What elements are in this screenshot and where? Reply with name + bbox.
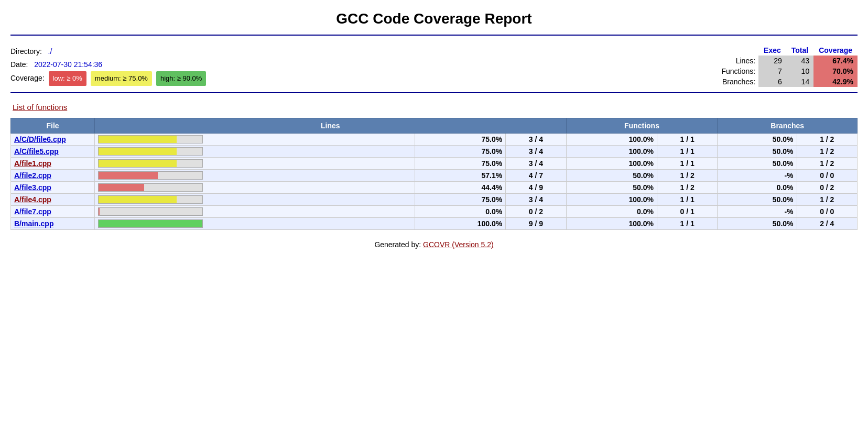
coverage-bar xyxy=(98,135,203,143)
lines-pct-cell: 75.0% xyxy=(415,146,505,158)
file-link[interactable]: A/file1.cpp xyxy=(14,159,51,168)
info-section: Directory: ./ Date: 2022-07-30 21:54:36 … xyxy=(10,41,858,93)
branch-ratio-cell: 1 / 2 xyxy=(797,194,857,206)
info-left: Directory: ./ Date: 2022-07-30 21:54:36 … xyxy=(10,45,206,86)
footer: Generated by: GCOVR (Version 5.2) xyxy=(10,240,858,249)
table-row: A/file1.cpp 75.0% 3 / 4 100.0% 1 / 1 50.… xyxy=(11,158,858,170)
func-ratio-cell: 1 / 1 xyxy=(657,158,718,170)
badge-high: high: ≥ 90.0% xyxy=(156,71,206,85)
func-ratio-cell: 1 / 1 xyxy=(657,194,718,206)
file-link[interactable]: A/file4.cpp xyxy=(14,195,51,204)
branch-pct-cell: 0.0% xyxy=(718,182,797,194)
table-row: A/C/file5.cpp 75.0% 3 / 4 100.0% 1 / 1 5… xyxy=(11,146,858,158)
stats-exec-functions: 7 xyxy=(758,66,786,76)
file-cell[interactable]: A/C/D/file6.cpp xyxy=(11,134,95,146)
file-cell[interactable]: B/main.cpp xyxy=(11,218,95,230)
date-value: 2022-07-30 21:54:36 xyxy=(34,60,102,69)
func-ratio-cell: 1 / 1 xyxy=(657,146,718,158)
func-ratio-cell: 1 / 1 xyxy=(657,134,718,146)
file-link[interactable]: A/file3.cpp xyxy=(14,183,51,192)
lines-ratio-cell: 3 / 4 xyxy=(506,158,566,170)
file-cell[interactable]: A/C/file5.cpp xyxy=(11,146,95,158)
bar-fill xyxy=(99,136,177,143)
file-link[interactable]: A/C/D/file6.cpp xyxy=(14,135,66,143)
file-cell[interactable]: A/file7.cpp xyxy=(11,206,95,218)
branch-pct-cell: -% xyxy=(718,170,797,182)
bar-cell xyxy=(95,158,415,170)
bar-fill xyxy=(99,208,100,215)
lines-pct-cell: 44.4% xyxy=(415,182,505,194)
stats-header-exec: Exec xyxy=(758,45,786,56)
file-cell[interactable]: A/file3.cpp xyxy=(11,182,95,194)
file-cell[interactable]: A/file4.cpp xyxy=(11,194,95,206)
bar-cell xyxy=(95,170,415,182)
branch-ratio-cell: 2 / 4 xyxy=(797,218,857,230)
branch-ratio-cell: 0 / 2 xyxy=(797,182,857,194)
branch-ratio-cell: 1 / 2 xyxy=(797,146,857,158)
stats-total-functions: 10 xyxy=(786,66,813,76)
file-cell[interactable]: A/file1.cpp xyxy=(11,158,95,170)
stats-table: Exec Total Coverage Lines: 29 43 67.4% F… xyxy=(717,45,858,87)
coverage-bar xyxy=(98,159,203,168)
branch-pct-cell: 50.0% xyxy=(718,134,797,146)
stats-cov-functions: 70.0% xyxy=(813,66,858,76)
coverage-bar xyxy=(98,219,203,228)
branch-ratio-cell: 0 / 0 xyxy=(797,170,857,182)
file-link[interactable]: A/file2.cpp xyxy=(14,171,51,180)
lines-ratio-cell: 3 / 4 xyxy=(506,194,566,206)
table-row: A/file3.cpp 44.4% 4 / 9 50.0% 1 / 2 0.0%… xyxy=(11,182,858,194)
stats-cov-branches: 42.9% xyxy=(813,76,858,87)
table-row: B/main.cpp 100.0% 9 / 9 100.0% 1 / 1 50.… xyxy=(11,218,858,230)
bar-cell xyxy=(95,218,415,230)
func-ratio-cell: 1 / 2 xyxy=(657,182,718,194)
coverage-row: Coverage: low: ≥ 0% medium: ≥ 75.0% high… xyxy=(10,71,206,85)
lines-ratio-cell: 0 / 2 xyxy=(506,206,566,218)
coverage-label: Coverage: xyxy=(10,72,45,85)
stats-total-lines: 43 xyxy=(786,56,813,66)
page-title: GCC Code Coverage Report xyxy=(10,5,858,36)
footer-text: Generated by: xyxy=(374,240,423,249)
stats-exec-branches: 6 xyxy=(758,76,786,87)
branch-ratio-cell: 0 / 0 xyxy=(797,206,857,218)
branch-pct-cell: 50.0% xyxy=(718,218,797,230)
func-ratio-cell: 1 / 2 xyxy=(657,170,718,182)
func-ratio-cell: 0 / 1 xyxy=(657,206,718,218)
lines-ratio-cell: 4 / 9 xyxy=(506,182,566,194)
bar-cell xyxy=(95,146,415,158)
branch-pct-cell: -% xyxy=(718,206,797,218)
lines-pct-cell: 75.0% xyxy=(415,194,505,206)
func-pct-cell: 0.0% xyxy=(566,206,657,218)
bar-fill xyxy=(99,160,177,167)
stats-exec-lines: 29 xyxy=(758,56,786,66)
col-header-lines: Lines xyxy=(95,118,567,134)
func-pct-cell: 50.0% xyxy=(566,182,657,194)
main-data-table: File Lines Functions Branches A/C/D/file… xyxy=(10,118,858,230)
badge-medium: medium: ≥ 75.0% xyxy=(91,71,152,85)
lines-pct-cell: 57.1% xyxy=(415,170,505,182)
stats-header-total: Total xyxy=(786,45,813,56)
bar-fill xyxy=(99,148,177,155)
func-pct-cell: 100.0% xyxy=(566,134,657,146)
table-row: A/file4.cpp 75.0% 3 / 4 100.0% 1 / 1 50.… xyxy=(11,194,858,206)
file-cell[interactable]: A/file2.cpp xyxy=(11,170,95,182)
table-row: A/C/D/file6.cpp 75.0% 3 / 4 100.0% 1 / 1… xyxy=(11,134,858,146)
coverage-bar xyxy=(98,183,203,192)
func-pct-cell: 100.0% xyxy=(566,158,657,170)
bar-fill xyxy=(99,196,177,203)
list-of-functions-link[interactable]: List of functions xyxy=(13,103,67,112)
lines-ratio-cell: 9 / 9 xyxy=(506,218,566,230)
stats-header-coverage: Coverage xyxy=(813,45,858,56)
file-link[interactable]: B/main.cpp xyxy=(14,219,53,228)
lines-ratio-cell: 3 / 4 xyxy=(506,146,566,158)
file-link[interactable]: A/C/file5.cpp xyxy=(14,147,59,156)
branch-ratio-cell: 1 / 2 xyxy=(797,158,857,170)
date-label: Date: xyxy=(10,60,28,69)
func-pct-cell: 100.0% xyxy=(566,194,657,206)
stats-label-functions: Functions: xyxy=(717,66,758,76)
bar-cell xyxy=(95,182,415,194)
directory-value: ./ xyxy=(48,47,52,56)
func-pct-cell: 100.0% xyxy=(566,218,657,230)
lines-pct-cell: 75.0% xyxy=(415,134,505,146)
footer-link[interactable]: GCOVR (Version 5.2) xyxy=(423,240,494,249)
file-link[interactable]: A/file7.cpp xyxy=(14,207,51,216)
